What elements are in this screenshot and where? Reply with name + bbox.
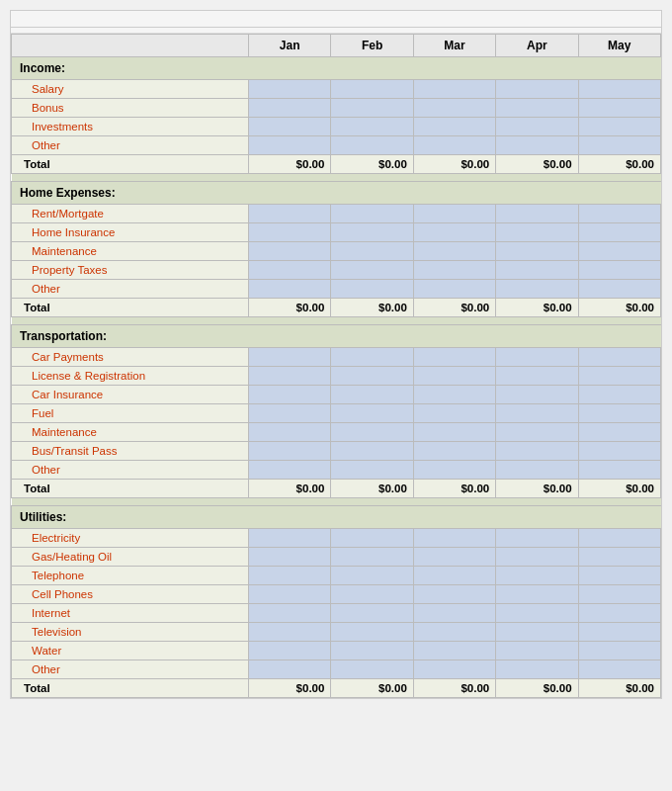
input-cell-income-0-3[interactable] [496,80,578,99]
input-cell-utilities-6-3[interactable] [496,642,578,660]
input-cell-home-expenses-1-4[interactable] [578,223,660,242]
input-cell-utilities-7-2[interactable] [413,660,495,679]
input-cell-utilities-1-4[interactable] [578,548,660,567]
input-cell-home-expenses-3-1[interactable] [331,261,413,280]
input-cell-home-expenses-1-1[interactable] [331,223,413,242]
input-cell-income-3-3[interactable] [496,136,578,155]
input-cell-transportation-6-3[interactable] [496,461,578,480]
input-cell-utilities-6-4[interactable] [578,642,660,660]
input-cell-utilities-0-2[interactable] [413,529,495,548]
input-cell-income-1-2[interactable] [413,99,495,118]
input-cell-home-expenses-0-0[interactable] [249,205,331,223]
input-cell-home-expenses-4-2[interactable] [413,280,495,299]
input-cell-utilities-5-4[interactable] [578,623,660,642]
input-cell-transportation-3-2[interactable] [413,404,495,423]
input-cell-utilities-4-2[interactable] [413,604,495,623]
input-cell-home-expenses-2-0[interactable] [249,242,331,261]
input-cell-transportation-2-0[interactable] [249,386,331,404]
input-cell-transportation-0-2[interactable] [413,348,495,367]
input-cell-utilities-4-1[interactable] [331,604,413,623]
input-cell-transportation-0-4[interactable] [578,348,660,367]
input-cell-utilities-2-3[interactable] [496,567,578,585]
input-cell-transportation-4-3[interactable] [496,423,578,442]
input-cell-home-expenses-3-4[interactable] [578,261,660,280]
input-cell-utilities-3-2[interactable] [413,585,495,604]
input-cell-home-expenses-0-2[interactable] [413,205,495,223]
input-cell-utilities-7-1[interactable] [331,660,413,679]
input-cell-income-0-1[interactable] [331,80,413,99]
input-cell-income-3-4[interactable] [578,136,660,155]
input-cell-utilities-6-1[interactable] [331,642,413,660]
input-cell-utilities-3-1[interactable] [331,585,413,604]
input-cell-income-2-3[interactable] [496,118,578,136]
input-cell-home-expenses-2-3[interactable] [496,242,578,261]
input-cell-income-3-2[interactable] [413,136,495,155]
input-cell-home-expenses-1-2[interactable] [413,223,495,242]
input-cell-utilities-6-2[interactable] [413,642,495,660]
input-cell-utilities-5-3[interactable] [496,623,578,642]
input-cell-utilities-2-0[interactable] [249,567,331,585]
input-cell-transportation-4-1[interactable] [331,423,413,442]
input-cell-utilities-4-0[interactable] [249,604,331,623]
input-cell-home-expenses-0-1[interactable] [331,205,413,223]
input-cell-income-2-1[interactable] [331,118,413,136]
input-cell-transportation-5-4[interactable] [578,442,660,461]
input-cell-utilities-3-3[interactable] [496,585,578,604]
input-cell-income-0-2[interactable] [413,80,495,99]
input-cell-transportation-5-1[interactable] [331,442,413,461]
input-cell-utilities-1-1[interactable] [331,548,413,567]
input-cell-transportation-2-3[interactable] [496,386,578,404]
input-cell-transportation-4-4[interactable] [578,423,660,442]
input-cell-utilities-2-1[interactable] [331,567,413,585]
input-cell-transportation-3-4[interactable] [578,404,660,423]
input-cell-transportation-1-4[interactable] [578,367,660,386]
input-cell-home-expenses-3-2[interactable] [413,261,495,280]
input-cell-utilities-1-3[interactable] [496,548,578,567]
input-cell-transportation-3-0[interactable] [249,404,331,423]
input-cell-transportation-4-2[interactable] [413,423,495,442]
input-cell-utilities-7-3[interactable] [496,660,578,679]
input-cell-transportation-0-3[interactable] [496,348,578,367]
input-cell-utilities-5-1[interactable] [331,623,413,642]
input-cell-income-1-0[interactable] [249,99,331,118]
input-cell-transportation-2-1[interactable] [331,386,413,404]
input-cell-utilities-5-2[interactable] [413,623,495,642]
input-cell-transportation-5-3[interactable] [496,442,578,461]
input-cell-transportation-2-4[interactable] [578,386,660,404]
input-cell-home-expenses-2-2[interactable] [413,242,495,261]
input-cell-transportation-1-0[interactable] [249,367,331,386]
input-cell-home-expenses-3-3[interactable] [496,261,578,280]
input-cell-transportation-3-3[interactable] [496,404,578,423]
input-cell-transportation-6-2[interactable] [413,461,495,480]
input-cell-utilities-7-0[interactable] [249,660,331,679]
input-cell-transportation-1-2[interactable] [413,367,495,386]
input-cell-income-0-4[interactable] [578,80,660,99]
input-cell-utilities-0-0[interactable] [249,529,331,548]
input-cell-utilities-6-0[interactable] [249,642,331,660]
input-cell-home-expenses-4-4[interactable] [578,280,660,299]
input-cell-home-expenses-1-3[interactable] [496,223,578,242]
input-cell-utilities-7-4[interactable] [578,660,660,679]
input-cell-transportation-6-4[interactable] [578,461,660,480]
input-cell-transportation-0-0[interactable] [249,348,331,367]
input-cell-home-expenses-3-0[interactable] [249,261,331,280]
input-cell-income-1-1[interactable] [331,99,413,118]
input-cell-income-1-4[interactable] [578,99,660,118]
input-cell-utilities-2-4[interactable] [578,567,660,585]
input-cell-income-0-0[interactable] [249,80,331,99]
input-cell-utilities-4-4[interactable] [578,604,660,623]
input-cell-transportation-3-1[interactable] [331,404,413,423]
input-cell-utilities-4-3[interactable] [496,604,578,623]
input-cell-utilities-0-4[interactable] [578,529,660,548]
input-cell-home-expenses-4-0[interactable] [249,280,331,299]
input-cell-income-3-1[interactable] [331,136,413,155]
input-cell-transportation-5-2[interactable] [413,442,495,461]
input-cell-home-expenses-0-3[interactable] [496,205,578,223]
input-cell-income-3-0[interactable] [249,136,331,155]
input-cell-transportation-1-3[interactable] [496,367,578,386]
input-cell-utilities-3-0[interactable] [249,585,331,604]
input-cell-home-expenses-0-4[interactable] [578,205,660,223]
input-cell-utilities-2-2[interactable] [413,567,495,585]
input-cell-transportation-6-0[interactable] [249,461,331,480]
input-cell-transportation-5-0[interactable] [249,442,331,461]
